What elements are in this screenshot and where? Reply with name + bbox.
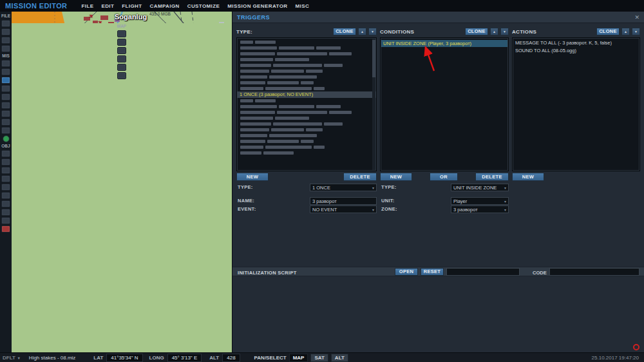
- trigger-list-item[interactable]: [237, 86, 376, 91]
- sidebar-tool-icon[interactable]: [1, 110, 10, 117]
- actions-column-title: ACTIONS: [512, 29, 536, 35]
- sidebar-tool-icon[interactable]: [1, 85, 10, 92]
- alt-view-button[interactable]: ALT: [331, 354, 348, 362]
- type-clone-button[interactable]: CLONE: [333, 28, 356, 35]
- sidebar-tool-icon[interactable]: [1, 158, 10, 166]
- menu-item-edit[interactable]: EDIT: [101, 3, 114, 9]
- close-icon[interactable]: ✕: [634, 14, 639, 21]
- menu-item-mission-generator[interactable]: MISSION GENERATOR: [227, 3, 287, 9]
- condition-new-button[interactable]: NEW: [380, 173, 412, 181]
- sidebar-tool-icon[interactable]: [1, 77, 10, 84]
- map-view-button[interactable]: MAP: [289, 354, 308, 362]
- action-item[interactable]: MESSAGE TO ALL (- 3 разворот. K, 5, fals…: [513, 39, 639, 47]
- condition-move-up-button[interactable]: ▲: [490, 28, 498, 35]
- init-script-open-button[interactable]: OPEN: [395, 268, 418, 276]
- sidebar-tool-icon[interactable]: [1, 20, 10, 27]
- type-move-down-button[interactable]: ▼: [368, 28, 377, 35]
- type-new-button[interactable]: NEW: [236, 173, 269, 181]
- sidebar-tool-icon[interactable]: [1, 184, 10, 191]
- condition-move-down-button[interactable]: ▼: [500, 28, 509, 35]
- sidebar-tool-icon[interactable]: [1, 150, 10, 157]
- menu-item-flight[interactable]: FLIGHT: [122, 3, 142, 9]
- sidebar-tool-icon[interactable]: [1, 200, 10, 207]
- trigger-list-item[interactable]: [237, 80, 376, 86]
- action-move-down-button[interactable]: ▼: [632, 28, 640, 35]
- scrollbar-thumb[interactable]: [372, 40, 375, 77]
- init-script-file-input[interactable]: [446, 268, 520, 276]
- sidebar-tool-icon[interactable]: [1, 28, 10, 35]
- action-item[interactable]: SOUND TO ALL (08-05.ogg): [513, 47, 639, 55]
- trigger-type-list[interactable]: 1 ONCE (3 разворот, NO EVENT): [236, 37, 377, 171]
- action-new-button[interactable]: NEW: [512, 173, 544, 181]
- sidebar-tool-icon[interactable]: [1, 192, 10, 199]
- profile-dropdown[interactable]: DFLT ▾: [3, 355, 20, 361]
- sidebar-tool-icon[interactable]: [117, 30, 126, 37]
- sidebar-tool-icon[interactable]: [117, 39, 126, 46]
- profile-value: DFLT: [3, 355, 15, 361]
- trigger-list-item[interactable]: [237, 104, 376, 110]
- trigger-list-item[interactable]: [237, 57, 376, 62]
- trigger-list-item[interactable]: [237, 98, 376, 104]
- sidebar-tool-icon[interactable]: [117, 55, 126, 62]
- init-script-code-input[interactable]: [549, 268, 639, 276]
- condition-or-button[interactable]: OR: [430, 173, 458, 181]
- sidebar-tool-icon[interactable]: [117, 64, 126, 71]
- trigger-list-item[interactable]: [237, 150, 376, 156]
- conditions-list[interactable]: UNIT INSIDE ZONE (Player, 3 разворот): [380, 37, 509, 171]
- condition-zone-dropdown[interactable]: 3 разворот ▾: [451, 205, 509, 213]
- menu-item-misc[interactable]: MISC: [295, 3, 309, 9]
- trigger-list-item[interactable]: [237, 45, 376, 51]
- trigger-list-item[interactable]: [237, 68, 376, 74]
- condition-delete-button[interactable]: DELETE: [475, 173, 509, 181]
- trigger-list-item[interactable]: [237, 110, 376, 115]
- sidebar-tool-icon[interactable]: [117, 47, 126, 54]
- pan-select-mode[interactable]: PAN/SELECT: [254, 355, 287, 361]
- trigger-list-item[interactable]: [237, 127, 376, 133]
- app-title: MISSION EDITOR: [5, 2, 67, 10]
- sidebar-tool-icon[interactable]: [1, 127, 10, 134]
- sidebar-tool-icon[interactable]: [1, 167, 10, 174]
- sidebar-tool-icon[interactable]: [1, 225, 10, 233]
- menu-item-campaign[interactable]: CAMPAIGN: [150, 3, 180, 9]
- trigger-list-item[interactable]: [237, 115, 376, 121]
- condition-type-dropdown[interactable]: UNIT INSIDE ZONE ▾: [451, 184, 509, 191]
- trigger-list-item[interactable]: [237, 121, 376, 127]
- sidebar-tool-icon[interactable]: [1, 102, 10, 109]
- trigger-list-item[interactable]: [237, 138, 376, 144]
- menu-item-customize[interactable]: CUSTOMIZE: [187, 3, 220, 9]
- sat-view-button[interactable]: SAT: [310, 354, 328, 362]
- sidebar-tool-icon[interactable]: [1, 217, 10, 224]
- trigger-list-item[interactable]: [237, 133, 376, 138]
- trigger-list-item[interactable]: [237, 62, 376, 68]
- sidebar-tool-icon[interactable]: [1, 175, 10, 182]
- trigger-list-item[interactable]: [237, 51, 376, 57]
- trigger-list-item[interactable]: [237, 144, 376, 150]
- sidebar-tool-icon[interactable]: [3, 135, 10, 142]
- sidebar-tool-icon[interactable]: [1, 119, 10, 126]
- init-script-reset-button[interactable]: RESET: [421, 268, 444, 276]
- scrollbar[interactable]: [372, 39, 375, 170]
- sidebar-tool-icon[interactable]: [1, 68, 10, 75]
- actions-list[interactable]: MESSAGE TO ALL (- 3 разворот. K, 5, fals…: [512, 37, 640, 171]
- action-clone-button[interactable]: CLONE: [596, 28, 620, 35]
- sidebar-tool-icon[interactable]: [1, 60, 10, 67]
- sidebar-tool-icon[interactable]: [1, 93, 10, 100]
- sidebar-tool-icon[interactable]: [1, 209, 10, 216]
- trigger-list-item[interactable]: [237, 74, 376, 80]
- menu-item-file[interactable]: FILE: [81, 3, 93, 9]
- long-label: LONG: [149, 355, 164, 361]
- trigger-item-selected[interactable]: 1 ONCE (3 разворот, NO EVENT): [237, 91, 376, 98]
- sidebar-tool-icon[interactable]: [1, 45, 10, 52]
- type-move-up-button[interactable]: ▲: [358, 28, 366, 35]
- condition-item-selected[interactable]: UNIT INSIDE ZONE (Player, 3 разворот): [381, 40, 507, 47]
- trigger-event-dropdown[interactable]: NO EVENT ▾: [310, 205, 377, 213]
- type-delete-button[interactable]: DELETE: [343, 173, 377, 181]
- condition-clone-button[interactable]: CLONE: [465, 28, 488, 35]
- condition-unit-dropdown[interactable]: Player ▾: [451, 197, 509, 205]
- trigger-list-item[interactable]: [237, 39, 376, 45]
- sidebar-tool-icon[interactable]: [1, 37, 10, 44]
- action-move-up-button[interactable]: ▲: [621, 28, 630, 35]
- sidebar-tool-icon[interactable]: [117, 72, 126, 79]
- trigger-type-dropdown[interactable]: 1 ONCE ▾: [310, 184, 377, 191]
- trigger-name-input[interactable]: [310, 197, 377, 205]
